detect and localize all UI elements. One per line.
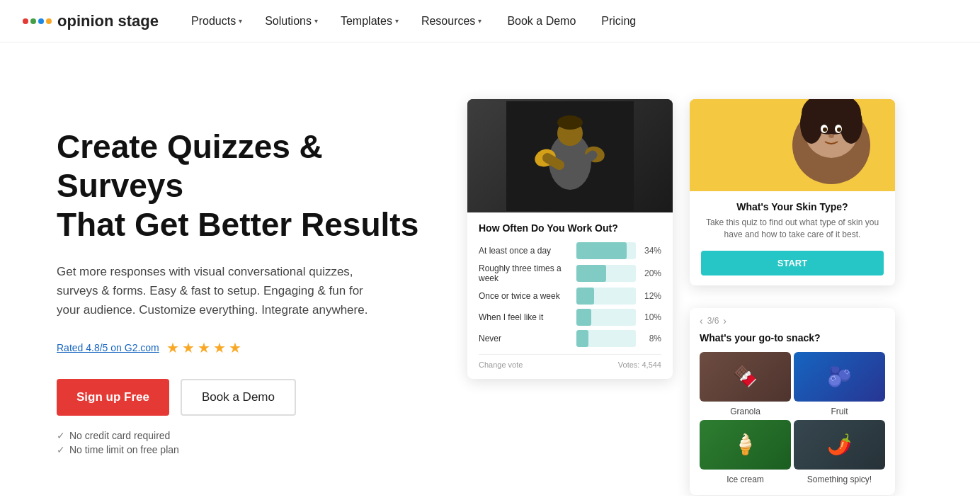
snack-prev-button[interactable]: ‹ [700, 315, 703, 326]
snack-option[interactable]: 🫐 Fruit [794, 352, 885, 417]
snack-label: Granola [730, 407, 760, 416]
poll-body: How Often Do You Work Out? At least once… [467, 212, 673, 379]
snack-image: 🌶️ [794, 420, 885, 470]
svg-point-13 [840, 104, 862, 144]
star-3: ★ [198, 339, 210, 356]
snack-quiz-card: ‹ 3/6 › What's your go-to snack? 🍫 Grano… [690, 308, 895, 495]
poll-bar-row: When I feel like it 10% [479, 309, 661, 326]
logo-text: opinion stage [57, 12, 159, 30]
skin-quiz-title: What's Your Skin Type? [701, 201, 884, 212]
nav-item-solutions[interactable]: Solutions ▾ [255, 9, 328, 33]
start-button[interactable]: START [701, 251, 884, 275]
nav-links: Products ▾ Solutions ▾ Templates ▾ Resou… [181, 9, 646, 33]
poll-image-inner [467, 99, 673, 212]
hero-section: Create Quizzes & Surveys That Get Better… [0, 42, 980, 496]
snack-option[interactable]: 🍫 Granola [700, 352, 791, 417]
snack-image: 🫐 [794, 352, 885, 402]
poll-bar-track [576, 288, 636, 305]
dot-red [23, 18, 28, 24]
poll-bar-pct: 10% [642, 312, 661, 322]
rating-row: Rated 4.8/5 on G2.com ★ ★ ★ ★ ★ [57, 339, 425, 356]
star-5: ★ [229, 339, 241, 356]
poll-bar-fill [576, 265, 606, 282]
note-no-time: ✓ No time limit on free plan [57, 444, 425, 455]
skin-quiz-subtitle: Take this quiz to find out what type of … [701, 217, 884, 241]
check-icon: ✓ [57, 430, 65, 441]
skin-quiz-svg [690, 99, 895, 191]
svg-point-3 [557, 115, 583, 130]
poll-bar-track [576, 330, 636, 347]
poll-bar-pct: 34% [642, 246, 661, 256]
poll-bar-track [576, 242, 636, 259]
nav-item-templates[interactable]: Templates ▾ [331, 9, 409, 33]
hero-subtitle: Get more responses with visual conversat… [57, 262, 368, 320]
signup-button[interactable]: Sign up Free [57, 379, 169, 416]
hero-title: Create Quizzes & Surveys That Get Better… [57, 127, 425, 245]
poll-bar-row: Roughly three times a week 20% [479, 263, 661, 283]
poll-bar-row: Once or twice a week 12% [479, 288, 661, 305]
svg-line-6 [547, 158, 559, 165]
hero-left: Create Quizzes & Surveys That Get Better… [57, 85, 425, 458]
snack-option[interactable]: 🍦 Ice cream [700, 420, 791, 485]
snack-next-button[interactable]: › [723, 315, 727, 326]
poll-bar-fill [576, 330, 588, 347]
nav-item-book-demo[interactable]: Book a Demo [494, 9, 588, 33]
rating-link[interactable]: Rated 4.8/5 on G2.com [57, 342, 159, 353]
hero-right: How Often Do You Work Out? At least once… [467, 85, 938, 495]
snack-label: Something spicy! [807, 475, 872, 484]
poll-bar-row: At least once a day 34% [479, 242, 661, 259]
check-icon: ✓ [57, 444, 65, 455]
logo[interactable]: opinion stage [23, 12, 159, 30]
navbar: opinion stage Products ▾ Solutions ▾ Tem… [0, 0, 980, 42]
chevron-icon: ▾ [314, 17, 318, 25]
chevron-icon: ▾ [395, 17, 399, 25]
poll-bar-pct: 20% [642, 268, 661, 278]
snack-label: Ice cream [727, 475, 764, 484]
nav-item-products[interactable]: Products ▾ [181, 9, 252, 33]
poll-bar-track [576, 265, 636, 282]
poll-footer: Change vote Votes: 4,544 [479, 354, 661, 369]
snack-label: Fruit [831, 407, 848, 416]
nav-item-resources[interactable]: Resources ▾ [411, 9, 491, 33]
poll-bar-row: Never 8% [479, 330, 661, 347]
skin-quiz-image [690, 99, 895, 191]
cta-notes: ✓ No credit card required ✓ No time limi… [57, 430, 425, 455]
snack-image: 🍦 [700, 420, 791, 470]
skin-quiz-card: What's Your Skin Type? Take this quiz to… [690, 99, 895, 285]
logo-dots [23, 18, 52, 24]
nav-item-pricing[interactable]: Pricing [591, 9, 646, 33]
snack-header: ‹ 3/6 › [690, 308, 895, 326]
hero-right-col2: What's Your Skin Type? Take this quiz to… [690, 99, 895, 495]
poll-question: How Often Do You Work Out? [479, 222, 661, 234]
poll-bar-pct: 8% [642, 334, 661, 343]
poll-card: How Often Do You Work Out? At least once… [467, 99, 673, 379]
poll-bar-label: Roughly three times a week [479, 263, 571, 283]
svg-point-12 [800, 104, 823, 144]
snack-image: 🍫 [700, 352, 791, 402]
poll-bars: At least once a day 34% Roughly three ti… [479, 242, 661, 347]
chevron-icon: ▾ [478, 17, 482, 25]
poll-change-vote[interactable]: Change vote [479, 360, 523, 369]
poll-bar-pct: 12% [642, 291, 661, 301]
svg-point-16 [823, 127, 827, 132]
dot-yellow [46, 18, 52, 24]
chevron-icon: ▾ [239, 17, 242, 25]
svg-point-18 [828, 134, 834, 138]
dot-blue [38, 18, 44, 24]
svg-point-17 [837, 127, 841, 132]
poll-bar-label: Never [479, 334, 571, 343]
snack-progress: 3/6 [707, 316, 719, 326]
skin-quiz-body: What's Your Skin Type? Take this quiz to… [690, 191, 895, 285]
snack-option[interactable]: 🌶️ Something spicy! [794, 420, 885, 485]
star-1: ★ [166, 339, 179, 356]
note-no-card: ✓ No credit card required [57, 430, 425, 441]
poll-bar-fill [576, 288, 594, 305]
star-4: ★ [213, 339, 226, 356]
poll-image [467, 99, 673, 212]
snack-grid: 🍫 Granola 🫐 Fruit 🍦 Ice cream 🌶️ Somethi… [690, 352, 895, 495]
poll-bar-label: When I feel like it [479, 312, 571, 322]
demo-button[interactable]: Book a Demo [181, 379, 296, 416]
poll-bar-fill [576, 242, 627, 259]
poll-votes: Votes: 4,544 [618, 360, 661, 369]
poll-bar-track [576, 309, 636, 326]
